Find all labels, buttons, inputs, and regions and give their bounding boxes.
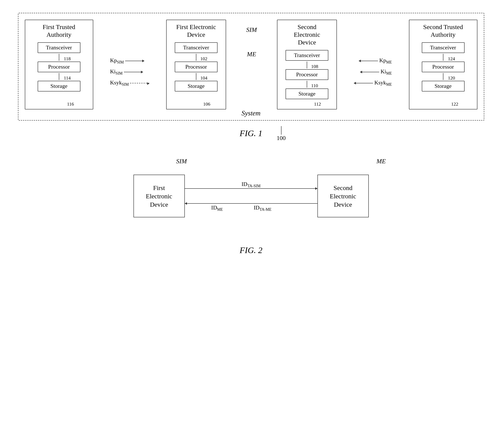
second-ta-title: Second TrustedAuthority xyxy=(423,23,463,38)
fig1-container: First TrustedAuthority Transceiver 118 P… xyxy=(18,13,484,138)
kp-sim-label: KpSIM xyxy=(110,57,124,64)
fig2-caption: FIG. 2 xyxy=(240,245,262,255)
arrows-ta-to-fed: KpSIM KiSIM KsykSIM xyxy=(108,35,151,110)
first-ed-transceiver: Transceiver xyxy=(175,42,218,53)
system-outer-box: First TrustedAuthority Transceiver 118 P… xyxy=(18,13,484,121)
kp-me-line xyxy=(359,61,378,61)
sim-label: SIM xyxy=(246,26,257,33)
second-electronic-device-box: SecondElectronicDevice Transceiver 108 P… xyxy=(277,20,337,110)
first-ta-processor: Processor xyxy=(38,62,80,72)
second-ta-processor: Processor xyxy=(422,62,465,72)
second-ed-title: SecondElectronicDevice xyxy=(294,23,320,46)
ksyk-sim-line xyxy=(130,83,149,83)
fig2-sim-label: SIM xyxy=(176,158,187,165)
ksyk-me-arrow: KsykME xyxy=(354,80,392,87)
ksyk-sim-label: KsykSIM xyxy=(110,80,129,87)
sim-me-divider: SIM ME xyxy=(241,20,262,110)
second-ed-processor: Processor xyxy=(285,69,328,80)
second-ta-storage: Storage xyxy=(422,81,465,92)
fig2-arrow-left-bottom: IDME IDTA-ME xyxy=(185,203,318,204)
fig2-id-ta-sim-label: IDTA-SIM xyxy=(241,181,261,188)
ki-me-arrow: KiME xyxy=(360,68,392,76)
first-trusted-authority-box: First TrustedAuthority Transceiver 118 P… xyxy=(25,20,93,110)
fig2-arrow-right-top: IDTA-SIM xyxy=(185,188,318,189)
second-ed-stack: Transceiver 108 Processor 110 Storage 11… xyxy=(281,49,333,100)
fig2-first-ed-box: FirstElectronicDevice xyxy=(134,175,185,217)
kp-sim-arrow: KpSIM xyxy=(110,57,144,64)
first-electronic-device-box: First ElectronicDevice Transceiver 102 P… xyxy=(166,20,226,110)
second-trusted-authority-box: Second TrustedAuthority Transceiver 124 … xyxy=(409,20,477,110)
fig2-top-arrow-row: IDTA-SIM xyxy=(185,181,318,196)
kp-me-arrow: KpME xyxy=(359,57,392,64)
second-ta-transceiver: Transceiver xyxy=(422,42,465,53)
first-ta-transceiver: Transceiver xyxy=(38,42,80,53)
first-ta-storage: Storage xyxy=(38,81,80,92)
devices-row: First TrustedAuthority Transceiver 118 P… xyxy=(25,20,477,110)
fig2-arrows-middle: IDTA-SIM IDME IDTA-ME xyxy=(185,175,318,217)
second-ed-storage: Storage xyxy=(285,88,328,99)
arrows-ta-to-sed: KpME KiME KsykME xyxy=(352,35,394,110)
fig2-diagram: SIM FirstElectronicDevice IDTA-SIM IDME … xyxy=(134,160,369,232)
first-ta-stack: Transceiver 118 Processor 114 Storage 11… xyxy=(29,41,89,92)
second-ed-transceiver: Transceiver xyxy=(285,50,328,61)
fig2-container: SIM FirstElectronicDevice IDTA-SIM IDME … xyxy=(37,160,465,255)
system-label: System xyxy=(241,109,261,117)
first-ed-processor: Processor xyxy=(175,62,218,72)
second-ta-stack: Transceiver 124 Processor 120 Storage 12… xyxy=(413,41,474,92)
fig2-id-ta-me-label: IDTA-ME xyxy=(254,205,272,212)
system-ref: 100 xyxy=(277,126,286,142)
ksyk-me-label: KsykME xyxy=(374,80,392,87)
ki-sim-label: KiSIM xyxy=(110,68,123,76)
fig1-caption: FIG. 1 xyxy=(18,128,484,138)
first-ta-title: First TrustedAuthority xyxy=(43,23,75,38)
ksyk-me-line xyxy=(354,83,373,83)
first-ed-stack: Transceiver 102 Processor 104 Storage 10… xyxy=(170,41,222,92)
fig2-second-ed-box: SecondElectronicDevice xyxy=(318,175,369,217)
ksyk-sim-arrow: KsykSIM xyxy=(110,80,149,87)
me-label: ME xyxy=(247,50,256,58)
kp-sim-line xyxy=(125,61,144,61)
first-ed-storage: Storage xyxy=(175,81,218,92)
ki-sim-arrow: KiSIM xyxy=(110,68,143,76)
fig2-bottom-arrow-row: IDME IDTA-ME xyxy=(185,196,318,211)
ki-me-label: KiME xyxy=(381,68,392,76)
ki-sim-line xyxy=(124,72,143,72)
ki-me-line xyxy=(360,72,379,72)
fig2-id-me-label: IDME xyxy=(211,205,223,212)
kp-me-label: KpME xyxy=(379,57,392,64)
first-ed-title: First ElectronicDevice xyxy=(176,23,216,38)
fig2-me-label: ME xyxy=(376,158,386,165)
